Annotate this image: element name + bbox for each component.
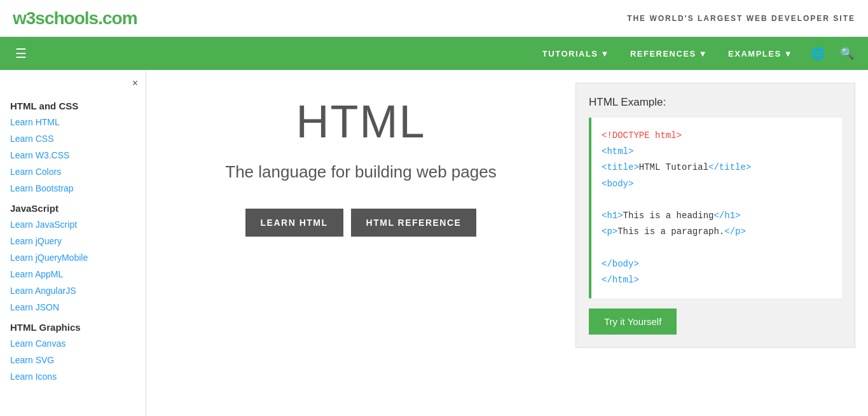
logo-text: w3schools (13, 8, 98, 28)
sidebar-item-learn-icons[interactable]: Learn Icons (0, 368, 146, 385)
sidebar-item-learn-jquerymobile[interactable]: Learn jQueryMobile (0, 249, 146, 266)
code-line-6: <p> (602, 226, 617, 237)
header-top: w3schools.com THE WORLD'S LARGEST WEB DE… (0, 0, 868, 37)
sidebar-close-button[interactable]: × (0, 76, 146, 94)
page-title: HTML (296, 95, 426, 148)
nav-tutorials[interactable]: TUTORIALS ▼ (534, 44, 619, 64)
globe-icon[interactable]: 🌐 (804, 41, 831, 66)
nav-references[interactable]: REFERENCES ▼ (621, 44, 717, 64)
code-example-box: HTML Example: <!DOCTYPE html> <html> <ti… (575, 83, 855, 348)
sidebar-item-learn-json[interactable]: Learn JSON (0, 299, 146, 315)
code-line-5: <h1> (602, 211, 623, 221)
code-box-title: HTML Example: (589, 96, 842, 109)
sidebar-section-html-css: HTML and CSS (0, 94, 146, 114)
sidebar-item-learn-javascript[interactable]: Learn JavaScript (0, 216, 146, 233)
sidebar-item-learn-css[interactable]: Learn CSS (0, 130, 146, 147)
tagline: THE WORLD'S LARGEST WEB DEVELOPER SITE (627, 14, 855, 23)
code-h1-close: </h1> (713, 211, 740, 221)
code-title-inner: HTML Tutorial (639, 162, 708, 172)
code-line-2: <html> (602, 146, 633, 156)
code-area: <!DOCTYPE html> <html> <title>HTML Tutor… (589, 118, 842, 298)
sidebar-section-graphics: HTML Graphics (0, 315, 146, 335)
code-p-close: </p> (724, 226, 746, 237)
chevron-down-icon: ▼ (784, 49, 793, 59)
cta-buttons: LEARN HTML HTML REFERENCE (245, 209, 477, 237)
chevron-down-icon: ▼ (601, 49, 610, 59)
layout: × HTML and CSS Learn HTML Learn CSS Lear… (0, 70, 868, 416)
sidebar-item-learn-bootstrap[interactable]: Learn Bootstrap (0, 180, 146, 197)
logo-com: .com (98, 8, 137, 28)
code-line-4: <body> (602, 179, 633, 189)
html-reference-button[interactable]: HTML REFERENCE (351, 209, 477, 237)
navbar: ☰ TUTORIALS ▼ REFERENCES ▼ EXAMPLES ▼ 🌐 … (0, 37, 868, 70)
sidebar: × HTML and CSS Learn HTML Learn CSS Lear… (0, 70, 146, 416)
code-line-3: <title> (602, 162, 639, 172)
code-line-1: <!DOCTYPE html> (602, 130, 682, 141)
try-it-yourself-button[interactable]: Try it Yourself (589, 309, 677, 335)
code-h1-inner: This is a heading (623, 211, 714, 221)
sidebar-item-learn-svg[interactable]: Learn SVG (0, 352, 146, 368)
sidebar-item-learn-html[interactable]: Learn HTML (0, 114, 146, 130)
learn-html-button[interactable]: LEARN HTML (245, 209, 343, 237)
code-p-inner: This is a paragraph. (617, 226, 724, 237)
search-icon[interactable]: 🔍 (834, 41, 860, 66)
code-line-8: </html> (602, 275, 639, 285)
main-content: HTML The language for building web pages… (146, 70, 575, 416)
right-panel: HTML Example: <!DOCTYPE html> <html> <ti… (575, 70, 868, 416)
sidebar-item-learn-jquery[interactable]: Learn jQuery (0, 233, 146, 249)
hamburger-icon[interactable]: ☰ (8, 41, 34, 66)
sidebar-item-learn-appml[interactable]: Learn AppML (0, 266, 146, 282)
page-subtitle: The language for building web pages (225, 160, 496, 183)
code-line-7: </body> (602, 259, 639, 269)
logo[interactable]: w3schools.com (13, 8, 137, 29)
sidebar-item-learn-canvas[interactable]: Learn Canvas (0, 335, 146, 352)
sidebar-item-learn-w3css[interactable]: Learn W3.CSS (0, 147, 146, 163)
code-title-close: </title> (708, 162, 751, 172)
chevron-down-icon: ▼ (699, 49, 708, 59)
nav-examples[interactable]: EXAMPLES ▼ (719, 44, 802, 64)
sidebar-item-learn-angularjs[interactable]: Learn AngularJS (0, 282, 146, 299)
sidebar-section-js: JavaScript (0, 197, 146, 216)
sidebar-item-learn-colors[interactable]: Learn Colors (0, 163, 146, 180)
